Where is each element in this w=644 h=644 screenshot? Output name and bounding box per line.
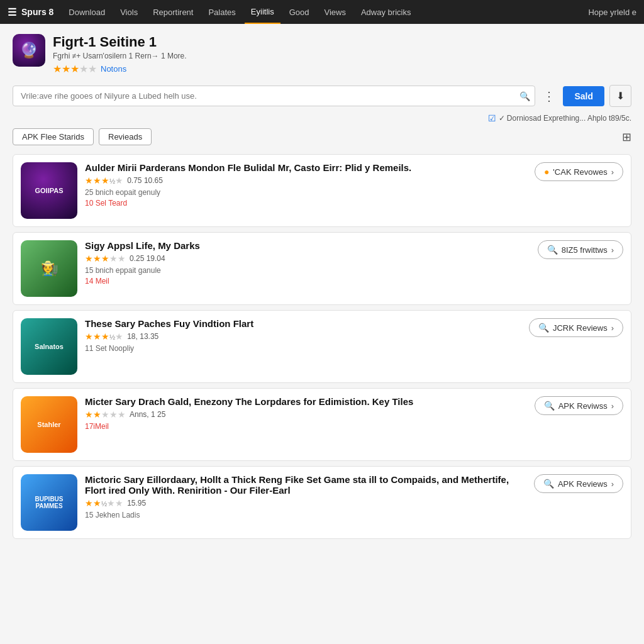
- nav-views[interactable]: Views: [318, 0, 352, 24]
- app-rating-row-3: ★★★½★ 18, 13.35: [85, 331, 515, 341]
- action-label-3: JCRK Reviews: [553, 323, 608, 333]
- check-icon: ☑: [488, 113, 496, 123]
- app-action-1: ● 'CAK Revowes ›: [523, 162, 623, 181]
- app-rating-row-4: ★★★★★ Anns, 1 25: [85, 409, 515, 419]
- search-box: 🔍: [13, 86, 535, 106]
- app-action-btn-3[interactable]: 🔍 JCRK Reviews ›: [529, 318, 623, 337]
- app-item-2: 🧑‍🌾 Sigy Appsl Life, My Darks ★★★★★ 0.25…: [13, 232, 631, 305]
- app-info-5: Mictoric Sary Eillordaary, Hollt a Thick…: [85, 474, 515, 521]
- app-stars-3: ★★★½★: [85, 331, 123, 341]
- app-name-4: Micter Sary Drach Gald, Enezony The Lorp…: [85, 396, 515, 407]
- app-info-2: Sigy Appsl Life, My Darks ★★★★★ 0.25 19.…: [85, 240, 515, 286]
- app-stars-4: ★★★★★: [85, 409, 126, 419]
- app-desc-5: 15 Jekhen Ladis: [85, 511, 515, 519]
- nav-good[interactable]: Good: [283, 0, 316, 24]
- app-rating-row-1: ★★★½★ 0.75 10.65: [85, 175, 515, 186]
- chevron-icon-5: ›: [611, 479, 614, 489]
- app-name-3: These Sary Paches Fuy Vindtion Flart: [85, 318, 515, 329]
- app-item-5: BUPIBUS PAMMES Mictoric Sary Eillordaary…: [13, 466, 631, 539]
- user-info: Hope yrleld e: [588, 8, 636, 17]
- app-rating-val-4: Anns, 1 25: [130, 410, 165, 419]
- app-action-btn-1[interactable]: ● 'CAK Revowes ›: [535, 162, 623, 181]
- app-stars-2: ★★★★★: [85, 253, 126, 264]
- app-action-btn-2[interactable]: 🔍 8IZ5 frwittws ›: [538, 240, 623, 259]
- app-action-4: 🔍 APK Reviwss ›: [523, 396, 623, 415]
- search-input[interactable]: [13, 86, 535, 106]
- app-thumbnail-3: Salnatos: [21, 318, 77, 375]
- app-rating-val-1: 0.75 10.65: [127, 176, 163, 185]
- sald-button[interactable]: Sald: [563, 86, 604, 106]
- app-item-1: GOIIPAS Aulder Mirii Parderans Mondon Fl…: [13, 154, 631, 227]
- search-icon[interactable]: 🔍: [519, 91, 530, 101]
- app-rating-val-2: 0.25 19.04: [130, 254, 165, 263]
- app-rating-val-5: 15.95: [127, 499, 146, 508]
- page-content: 🔮 Figrt-1 Seitine 1 Fgrhi ≠+ Usarn'osile…: [0, 24, 644, 549]
- nav-adway[interactable]: Adway briciks: [355, 0, 417, 24]
- app-name-2: Sigy Appsl Life, My Darks: [85, 240, 515, 251]
- app-action-5: 🔍 APK Reviews ›: [523, 474, 623, 493]
- nav-reportirent[interactable]: Reportirent: [147, 0, 199, 24]
- action-icon-1: ●: [544, 167, 549, 177]
- app-name-1: Aulder Mirii Parderans Mondon Fle Bulida…: [85, 162, 515, 173]
- nav-palates[interactable]: Palates: [202, 0, 242, 24]
- brand[interactable]: ☰ Spurs 8: [8, 6, 53, 18]
- sort-icon[interactable]: ⊞: [622, 130, 631, 144]
- notions-link[interactable]: Notons: [101, 64, 126, 74]
- chevron-icon-1: ›: [611, 167, 614, 177]
- app-list: GOIIPAS Aulder Mirii Parderans Mondon Fl…: [13, 154, 631, 539]
- chevron-icon-4: ›: [611, 401, 614, 411]
- app-rating-row-2: ★★★★★ 0.25 19.04: [85, 253, 515, 264]
- app-action-btn-4[interactable]: 🔍 APK Reviwss ›: [535, 396, 623, 415]
- nav-download[interactable]: Download: [62, 0, 111, 24]
- app-thumbnail-2: 🧑‍🌾: [21, 240, 77, 297]
- more-options-button[interactable]: ⋮: [540, 86, 558, 106]
- filter-area: APK Flee Starids Revieads ⊞: [13, 128, 631, 145]
- action-icon-5: 🔍: [543, 479, 554, 489]
- brand-label: Spurs 8: [21, 7, 53, 17]
- app-info-4: Micter Sary Drach Gald, Enezony The Lorp…: [85, 396, 515, 431]
- app-rating-row-5: ★★½★★ 15.95: [85, 498, 515, 508]
- app-rating-val-3: 18, 13.35: [127, 332, 158, 341]
- app-thumbnail-4: Stahler: [21, 396, 77, 453]
- app-stars-1: ★★★½★: [85, 175, 123, 186]
- download-button[interactable]: ⬇: [609, 85, 631, 107]
- action-label-5: APK Reviews: [558, 479, 608, 489]
- action-label-1: 'CAK Revowes: [553, 167, 607, 177]
- app-desc-1: 25 bnich eopait genuly: [85, 188, 515, 197]
- app-thumb-label-3: Salnatos: [32, 340, 66, 353]
- apk-free-button[interactable]: APK Flee Starids: [13, 128, 94, 145]
- page-subtitle: Fgrhi ≠+ Usarn'osilern 1 Rern→ 1 More.: [53, 52, 187, 60]
- page-title-area: 🔮 Figrt-1 Seitine 1 Fgrhi ≠+ Usarn'osile…: [13, 34, 631, 75]
- action-icon-2: 🔍: [547, 245, 558, 255]
- app-name-5: Mictoric Sary Eillordaary, Hollt a Thick…: [85, 474, 515, 496]
- app-info-1: Aulder Mirii Parderans Mondon Fle Bulida…: [85, 162, 515, 208]
- app-thumbnail-1: GOIIPAS: [21, 162, 77, 219]
- app-info-3: These Sary Paches Fuy Vindtion Flart ★★★…: [85, 318, 515, 355]
- app-action-2: 🔍 8IZ5 frwittws ›: [523, 240, 623, 259]
- page-title-text: Figrt-1 Seitine 1 Fgrhi ≠+ Usarn'osilern…: [53, 34, 187, 75]
- page-rating-stars: ★★★★★: [53, 63, 97, 75]
- app-action-btn-5[interactable]: 🔍 APK Reviews ›: [534, 474, 623, 493]
- revieads-button[interactable]: Revieads: [99, 128, 152, 145]
- app-thumbnail-5: BUPIBUS PAMMES: [21, 474, 77, 531]
- app-desc-2: 15 bnich eppait ganule: [85, 266, 515, 275]
- nav-eyiitlis[interactable]: Eyiitlis: [245, 0, 280, 24]
- top-nav: ☰ Spurs 8 Download Viols Reportirent Pal…: [0, 0, 644, 24]
- page-icon: 🔮: [13, 34, 45, 67]
- chevron-icon-3: ›: [611, 323, 614, 333]
- action-label-4: APK Reviwss: [558, 401, 608, 411]
- download-status-text: ✓ Dorniosad Exprething... Ahplo t89/5c.: [499, 114, 631, 123]
- download-status: ☑ ✓ Dorniosad Exprething... Ahplo t89/5c…: [13, 113, 631, 123]
- hamburger-icon: ☰: [8, 6, 16, 18]
- app-tag-4: 17iMeil: [85, 422, 515, 431]
- app-thumb-label-2: 🧑‍🌾: [41, 260, 58, 277]
- app-stars-5: ★★½★★: [85, 498, 123, 508]
- app-tag-2: 14 Meil: [85, 277, 515, 286]
- app-thumb-label-1: GOIIPAS: [32, 184, 65, 197]
- nav-viols[interactable]: Viols: [114, 0, 144, 24]
- action-icon-4: 🔍: [544, 401, 555, 411]
- page-title: Figrt-1 Seitine 1: [53, 34, 187, 50]
- app-thumb-label-5: BUPIBUS PAMMES: [21, 493, 77, 512]
- app-action-3: 🔍 JCRK Reviews ›: [523, 318, 623, 337]
- app-item-3: Salnatos These Sary Paches Fuy Vindtion …: [13, 310, 631, 383]
